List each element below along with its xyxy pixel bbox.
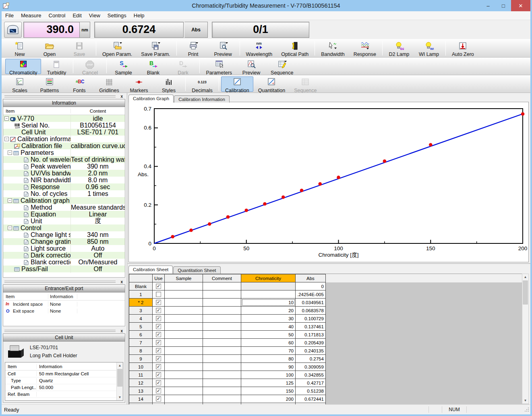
sample-cell[interactable] (165, 307, 203, 315)
patterns-button[interactable]: Patterns (35, 76, 64, 92)
use-checkbox-checked[interactable]: ✓ (156, 324, 161, 329)
optical-path-button[interactable]: Optical Path (277, 40, 313, 56)
use-checkbox-checked[interactable]: ✓ (156, 348, 161, 353)
wavelength-button[interactable]: nmWavelength (242, 40, 277, 56)
comment-cell[interactable] (203, 363, 241, 371)
comment-cell[interactable] (203, 299, 241, 307)
chromaticity-cell[interactable]: 10 (241, 299, 296, 307)
info-row-response[interactable]: Response0.96 sec (3, 183, 125, 190)
abs-cell[interactable]: 0.672441 (296, 395, 326, 403)
sample-cell[interactable] (165, 371, 203, 379)
chromaticity-cell[interactable]: 50 (241, 331, 296, 339)
sheet-header-sample[interactable]: Sample (165, 274, 203, 282)
chromaticity-cell[interactable] (241, 282, 296, 290)
use-cell[interactable]: ✓ (153, 323, 165, 331)
info-row-change-light-so-[interactable]: Change light so...340 nm (3, 231, 125, 238)
use-cell[interactable]: ✓ (153, 315, 165, 323)
maximize-button[interactable]: □ (496, 0, 511, 11)
use-cell[interactable]: ✓ (153, 282, 165, 290)
info-row-light-source[interactable]: Light sourceAuto (3, 245, 125, 252)
sheet-row-header[interactable]: 12 (129, 379, 153, 387)
sample-cell[interactable] (165, 347, 203, 355)
sheet-scrollbar[interactable]: ▲ ▼ (522, 274, 529, 404)
chromaticity-cell[interactable]: 80 (241, 355, 296, 363)
sheet-row-header[interactable]: 3 (129, 307, 153, 315)
pane-close-icon[interactable]: x (120, 280, 123, 284)
use-checkbox-checked[interactable]: ✓ (156, 340, 161, 345)
sample-cell[interactable] (165, 363, 203, 371)
use-checkbox-checked[interactable]: ✓ (156, 356, 161, 361)
pane-close-icon[interactable]: x (120, 329, 123, 333)
info-row-v-770[interactable]: −V-770idle (3, 115, 125, 122)
use-checkbox-unchecked[interactable] (156, 292, 161, 297)
use-checkbox-checked[interactable]: ✓ (156, 300, 161, 305)
preview-button[interactable]: Preview (237, 59, 266, 74)
abs-cell[interactable]: 0.309059 (296, 363, 326, 371)
auto-zero-button[interactable]: Auto Zero (448, 40, 478, 56)
use-cell[interactable]: ✓ (153, 395, 165, 403)
sheet-row-header[interactable]: 1 (129, 290, 153, 299)
instrument-button[interactable] (4, 22, 22, 38)
pane-grip[interactable]: x (4, 329, 124, 334)
sheet-row-header[interactable]: 4 (129, 315, 153, 323)
info-row-dark-correction[interactable]: Dark correctionOff (3, 252, 125, 259)
use-cell[interactable]: ✓ (153, 355, 165, 363)
comment-cell[interactable] (203, 379, 241, 387)
info-row-no-of-waveleng-[interactable]: No. of waveleng...Test of drinking water… (3, 156, 125, 163)
print-button[interactable]: Print (179, 40, 208, 56)
cell-row-ref-beam[interactable]: Ref. Beam (5, 391, 123, 398)
chromaticity-cell[interactable]: 200 (241, 395, 296, 403)
wavelength-unit-button[interactable]: nm (80, 22, 90, 38)
use-checkbox-checked[interactable]: ✓ (156, 372, 161, 377)
tree-collapse-icon[interactable]: − (8, 198, 12, 203)
info-row-uv-vis-bandwi-[interactable]: UV/Vis bandwi...2.0 nm (3, 170, 125, 177)
sheet-header-chromaticity[interactable]: Chromaticity (241, 274, 296, 282)
abs-cell[interactable]: 0.171813 (296, 331, 326, 339)
markers-button[interactable]: Markers (124, 76, 153, 92)
decimals-button[interactable]: 0.123Decimals (188, 76, 217, 92)
chromaticity-cell[interactable]: 125 (241, 379, 296, 387)
pane-close-icon[interactable]: x (120, 94, 123, 99)
scroll-down-icon[interactable]: ▼ (522, 397, 528, 404)
sample-button[interactable]: SSample (109, 59, 138, 74)
wi-lamp-button[interactable]: WIWI Lamp (414, 40, 443, 56)
use-checkbox-checked[interactable]: ✓ (156, 380, 161, 385)
use-checkbox-checked[interactable]: ✓ (156, 316, 161, 321)
chromaticity-cell[interactable] (241, 290, 296, 299)
parameters-button[interactable]: Parameters (202, 59, 236, 74)
comment-cell[interactable] (203, 371, 241, 379)
chromaticity-cell[interactable]: 30 (241, 315, 296, 323)
tree-collapse-icon[interactable]: − (4, 137, 9, 141)
abs-cell[interactable]: 0 (296, 282, 326, 290)
graph-tab-calibration-graph[interactable]: Calibration Graph (128, 95, 174, 103)
scroll-down-icon[interactable]: ▼ (117, 394, 123, 400)
sheet-row-header[interactable]: 6 (129, 331, 153, 339)
response-button[interactable]: Response (350, 40, 380, 56)
sequence-button[interactable]: Sequence (267, 59, 297, 74)
comment-cell[interactable] (203, 331, 241, 339)
sample-cell[interactable] (165, 339, 203, 347)
sheet-row-header[interactable]: 11 (129, 371, 153, 379)
blank-button[interactable]: BBlank (139, 59, 168, 74)
chromaticity-cell[interactable]: 40 (241, 323, 296, 331)
scroll-up-icon[interactable]: ▲ (117, 362, 123, 369)
comment-cell[interactable] (203, 290, 241, 299)
sheet-header-comment[interactable]: Comment (203, 274, 241, 282)
abs-cell[interactable]: 0.2754 (296, 355, 326, 363)
sheet-header-use[interactable]: Use (153, 274, 165, 282)
abs-cell[interactable]: 0.42717 (296, 379, 326, 387)
sheet-row-header[interactable]: Blank (129, 282, 153, 290)
use-cell[interactable]: ✓ (153, 299, 165, 307)
tree-collapse-icon[interactable]: − (4, 116, 9, 121)
menu-control[interactable]: Control (45, 12, 69, 19)
sheet-header-row[interactable] (129, 274, 153, 282)
abs-cell[interactable]: 0.137461 (296, 323, 326, 331)
use-checkbox-checked[interactable]: ✓ (156, 388, 161, 393)
sample-cell[interactable] (165, 299, 203, 307)
comment-cell[interactable] (203, 307, 241, 315)
info-row-control[interactable]: −Control (3, 224, 125, 231)
d2-lamp-button[interactable]: D2D2 Lamp (385, 40, 414, 56)
comment-cell[interactable] (203, 387, 241, 395)
abs-cell[interactable]: 0.100729 (296, 315, 326, 323)
chromaticity-cell[interactable]: 100 (241, 371, 296, 379)
